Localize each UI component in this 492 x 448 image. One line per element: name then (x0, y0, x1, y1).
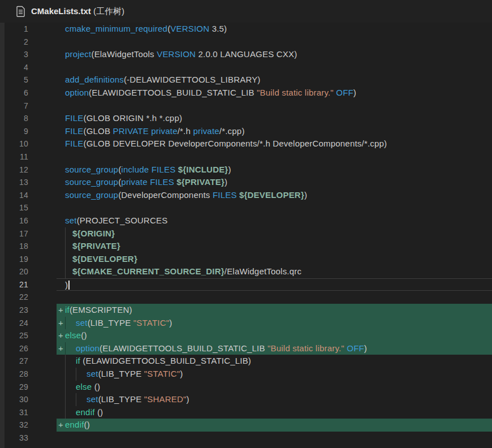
code-line[interactable]: 6option(ELAWIDGETTOOLS_BUILD_STATIC_LIB … (0, 87, 492, 100)
code-line-content: +endif() (57, 419, 492, 432)
code-line[interactable]: 1cmake_minimum_required(VERSION 3.5) (0, 23, 492, 36)
code-token: (DeveloperComponents (118, 190, 213, 200)
line-number: 27 (0, 355, 28, 368)
indent-guide (65, 317, 76, 330)
code-line-content: +set(LIB_TYPE "STATIC") (57, 317, 492, 330)
diff-added-marker: + (58, 342, 63, 355)
code-token: set (87, 394, 98, 404)
code-line[interactable]: 23+if(EMSCRIPTEN) (0, 304, 492, 317)
line-number: 2 (0, 36, 28, 49)
line-number: 33 (0, 432, 28, 445)
code-token: FILES (150, 177, 174, 187)
code-line[interactable]: 5add_definitions(-DELAWIDGETTOOLS_LIBRAR… (0, 74, 492, 87)
code-line[interactable]: 26+option(ELAWIDGETTOOLS_BUILD_STATIC_LI… (0, 342, 492, 355)
code-line-content: else () (57, 381, 492, 394)
line-number: 30 (0, 393, 28, 406)
code-line[interactable]: 2 (0, 36, 492, 49)
code-line[interactable]: 8FILE(GLOB ORIGIN *.h *.cpp) (0, 112, 492, 125)
editor-tab-header[interactable]: CMakeLists.txt (工作树) (0, 0, 492, 23)
code-line[interactable]: 24+set(LIB_TYPE "STATIC") (0, 317, 492, 330)
code-token: endif (65, 420, 84, 429)
line-number: 19 (0, 253, 28, 266)
code-line[interactable]: 16set(PROJECT_SOURCES (0, 214, 492, 227)
code-line[interactable]: 22 (0, 291, 492, 304)
code-line[interactable]: 33 (0, 432, 492, 445)
code-line[interactable]: 13source_group(private FILES ${PRIVATE}) (0, 176, 492, 189)
code-token: VERSION (157, 49, 196, 59)
code-editor[interactable]: 1cmake_minimum_required(VERSION 3.5)23pr… (0, 23, 492, 445)
indent-guide (65, 342, 76, 355)
code-line[interactable]: 28set(LIB_TYPE "STATIC") (0, 368, 492, 381)
line-number: 8 (0, 112, 28, 125)
code-line[interactable]: 4 (0, 61, 492, 74)
code-line[interactable]: 3project(ElaWidgetTools VERSION 2.0.0 LA… (0, 48, 492, 61)
code-line[interactable]: 30set(LIB_TYPE "SHARED") (0, 393, 492, 406)
diff-added-marker: + (58, 419, 63, 432)
indent-guide (65, 227, 72, 240)
line-number: 12 (0, 163, 28, 176)
line-number: 22 (0, 291, 28, 304)
code-token: ${PRIVATE} (72, 241, 120, 251)
code-line[interactable]: 18${PRIVATE} (0, 240, 492, 253)
code-token: if (76, 356, 80, 365)
code-token: ) (304, 190, 307, 200)
code-line-content: set(LIB_TYPE "STATIC") (57, 368, 492, 381)
code-line[interactable]: 21) (0, 278, 492, 291)
code-line-content: ${CMAKE_CURRENT_SOURCE_DIR}/ElaWidgetToo… (57, 265, 492, 278)
code-line-content: set(LIB_TYPE "SHARED") (57, 393, 492, 406)
code-token: (LIB_TYPE (98, 394, 144, 404)
code-token: source_group (65, 177, 118, 187)
code-token: ) (364, 343, 367, 353)
code-token: () (95, 407, 103, 417)
code-token: FILE (65, 126, 83, 136)
code-line-content: ) (57, 278, 492, 291)
code-line[interactable]: 14source_group(DeveloperComponents FILES… (0, 189, 492, 202)
line-number: 31 (0, 406, 28, 419)
code-token: (ElaWidgetTools (91, 49, 157, 59)
code-line[interactable]: 20${CMAKE_CURRENT_SOURCE_DIR}/ElaWidgetT… (0, 265, 492, 278)
code-token: OFF (336, 88, 353, 97)
code-line[interactable]: 10FILE(GLOB DEVELOPER DeveloperComponent… (0, 137, 492, 150)
line-number: 6 (0, 87, 28, 100)
code-line-content: project(ElaWidgetTools VERSION 2.0.0 LAN… (57, 48, 492, 61)
code-line[interactable]: 17${ORIGIN} (0, 227, 492, 240)
code-line-content: ${DEVELOPER} (57, 253, 492, 266)
code-line[interactable]: 15 (0, 201, 492, 214)
code-token: project (65, 49, 91, 59)
code-token: /*.cpp) (219, 126, 245, 136)
code-token: ${DEVELOPER} (72, 254, 137, 264)
code-token: if (65, 305, 70, 315)
code-line[interactable]: 9FILE(GLOB PRIVATE private/*.h private/*… (0, 125, 492, 138)
code-line[interactable]: 11 (0, 150, 492, 163)
code-line-content: source_group(private FILES ${PRIVATE}) (57, 176, 492, 189)
code-line-content: FILE(GLOB ORIGIN *.h *.cpp) (57, 112, 492, 125)
code-line[interactable]: 29else () (0, 381, 492, 394)
code-line[interactable]: 25+else() (0, 329, 492, 342)
code-line[interactable]: 32+endif() (0, 419, 492, 432)
file-name: CMakeLists.txt (31, 6, 91, 16)
code-line-content (57, 150, 492, 163)
code-line-content: endif () (57, 406, 492, 419)
code-line[interactable]: 27if (ELAWIDGETTOOLS_BUILD_STATIC_LIB) (0, 355, 492, 368)
code-token: "SHARED" (144, 394, 187, 404)
diff-added-marker: + (58, 317, 63, 330)
code-token: ) (187, 394, 189, 404)
code-line[interactable]: 19${DEVELOPER} (0, 253, 492, 266)
line-number: 28 (0, 368, 28, 381)
code-token: (LIB_TYPE (98, 369, 144, 378)
code-line[interactable]: 31endif () (0, 406, 492, 419)
code-line[interactable]: 12source_group(include FILES ${INCLUDE}) (0, 163, 492, 176)
diff-added-marker: + (58, 304, 63, 317)
code-token: "STATIC" (144, 369, 180, 378)
code-line[interactable]: 7 (0, 100, 492, 113)
line-number: 10 (0, 137, 28, 150)
line-number: 17 (0, 227, 28, 240)
code-token: 3.5) (209, 24, 227, 33)
line-number: 20 (0, 265, 28, 278)
code-line-content: +if(EMSCRIPTEN) (57, 304, 492, 317)
code-line-content: +option(ELAWIDGETTOOLS_BUILD_STATIC_LIB … (57, 342, 492, 355)
code-token: FILES (213, 190, 237, 200)
line-number: 5 (0, 74, 28, 87)
code-token: (LIB_TYPE (88, 318, 133, 328)
code-token: /*.h (178, 126, 193, 136)
